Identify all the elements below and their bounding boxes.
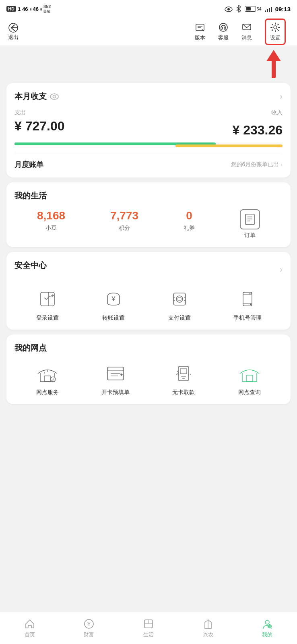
service-label: 客服	[218, 34, 229, 41]
monthly-chevron[interactable]: ›	[280, 92, 283, 101]
income-bar	[175, 144, 283, 147]
security-item-login[interactable]: 登录设置	[35, 287, 60, 322]
svg-rect-48	[180, 369, 187, 374]
order-icon	[240, 209, 260, 229]
card-apply-label: 开卡预填单	[101, 389, 130, 396]
network-speed: 852B/s	[43, 4, 51, 14]
svg-point-1	[227, 8, 230, 10]
message-label: 消息	[241, 34, 252, 41]
eye-status-icon	[225, 6, 233, 12]
back-label: 退出	[8, 34, 19, 41]
bill-note: 您的6月份账单已出 ›	[231, 161, 283, 168]
svg-rect-24	[173, 293, 186, 305]
card-apply-icon	[103, 361, 128, 386]
svg-rect-26	[178, 297, 181, 301]
svg-rect-7	[196, 24, 204, 31]
service-button[interactable]: 客服	[218, 22, 229, 41]
eye-toggle-icon[interactable]	[50, 92, 59, 101]
arrow-head	[266, 50, 281, 61]
login-settings-icon	[35, 287, 60, 311]
expense-income-labels: 支出 收入	[14, 109, 283, 116]
svg-rect-5	[271, 7, 272, 12]
svg-text:我: 我	[268, 625, 271, 628]
network-item-service[interactable]: 人 网点服务	[35, 361, 60, 396]
income-label: 收入	[271, 109, 283, 116]
nav-xingnong[interactable]: 兴农	[178, 618, 238, 638]
xingnong-icon	[202, 618, 214, 630]
svg-text:¥: ¥	[111, 295, 116, 302]
security-title: 安全中心	[14, 260, 47, 271]
income-amount: ¥ 233.26	[232, 123, 283, 138]
arrow-shaft	[272, 60, 276, 78]
hd-badge: HD	[6, 6, 16, 12]
jifen-label: 积分	[119, 225, 130, 232]
svg-rect-51	[246, 375, 253, 382]
nav-wealth[interactable]: ¥ 财富	[60, 618, 119, 638]
time-display: 09:13	[275, 6, 291, 12]
expense-amount: ¥ 727.00	[14, 119, 65, 134]
cardless-icon	[171, 361, 196, 386]
transfer-settings-label: 转账设置	[102, 314, 125, 322]
xiaodou-value: 8,168	[37, 209, 65, 222]
amounts-row: ¥ 727.00 ¥ 233.26	[14, 119, 283, 138]
monthly-card: 本月收支 › 支出 收入 ¥ 727.00 ¥ 233.26 月度账单 您的6月…	[6, 83, 291, 178]
jifen-value: 7,773	[110, 209, 138, 222]
transfer-settings-icon: ¥	[101, 287, 126, 311]
phone-management-label: 手机号管理	[233, 314, 262, 322]
progress-bars	[14, 142, 283, 147]
security-card: 安全中心 › 登录设置	[6, 252, 291, 330]
payment-settings-icon	[167, 287, 192, 311]
svg-point-15	[50, 94, 58, 99]
branch-query-icon	[237, 361, 262, 386]
security-item-transfer[interactable]: ¥ 转账设置	[101, 287, 126, 322]
bluetooth-icon	[236, 5, 241, 12]
svg-point-10	[219, 23, 227, 31]
settings-button[interactable]: 设置	[265, 19, 286, 45]
monthly-bill-row[interactable]: 月度账单 您的6月份账单已出 ›	[14, 154, 283, 169]
payment-settings-label: 支付设置	[168, 314, 191, 322]
network-item-query[interactable]: 网点查询	[237, 361, 262, 396]
network-title: 我的网点	[14, 343, 283, 353]
life-card: 我的生活 8,168 小豆 7,773 积分 0 礼券	[6, 182, 291, 247]
bottom-nav: 首页 ¥ 财富 生活 兴农 我 我的	[0, 612, 297, 644]
svg-rect-4	[269, 8, 270, 12]
status-right: 54 09:13	[225, 5, 291, 12]
settings-label: 设置	[270, 34, 280, 41]
phone-management-icon	[235, 287, 260, 311]
life-item-order[interactable]: 订单	[240, 209, 260, 239]
nav-life[interactable]: 生活	[119, 618, 178, 638]
expense-label: 支出	[14, 109, 26, 116]
bill-chevron: ›	[280, 161, 283, 168]
order-label: 订单	[244, 232, 256, 239]
status-bar: HD 1 46 ₗₗ 46 ₗₗ 852B/s 54	[0, 0, 297, 18]
security-chevron[interactable]: ›	[280, 264, 283, 275]
svg-text:¥: ¥	[87, 621, 91, 627]
life-item-xiaodou[interactable]: 8,168 小豆	[37, 209, 65, 232]
life-item-liquan[interactable]: 0 礼券	[184, 209, 195, 232]
nav-home[interactable]: 首页	[0, 618, 60, 638]
life-title: 我的生活	[14, 190, 283, 201]
version-label: 版本	[195, 34, 205, 41]
liquan-label: 礼券	[184, 225, 195, 232]
security-item-payment[interactable]: 支付设置	[167, 287, 192, 322]
svg-point-35	[250, 293, 251, 295]
version-button[interactable]: 版本	[195, 22, 205, 41]
message-button[interactable]: 消息	[241, 22, 252, 41]
svg-rect-12	[224, 27, 226, 29]
battery-icon: 54	[245, 6, 261, 12]
svg-point-14	[274, 26, 277, 29]
svg-text:人: 人	[51, 377, 55, 382]
network-item-card-apply[interactable]: 开卡预填单	[101, 361, 130, 396]
bill-title: 月度账单	[14, 160, 43, 169]
network-card: 我的网点 人 网点服务	[6, 334, 291, 404]
network-item-cardless[interactable]: 无卡取款	[171, 361, 196, 396]
login-settings-label: 登录设置	[36, 314, 59, 322]
svg-rect-11	[221, 27, 223, 29]
nav-mine[interactable]: 我 我的	[237, 618, 297, 638]
svg-rect-21	[41, 292, 54, 306]
life-item-jifen[interactable]: 7,773 积分	[110, 209, 138, 232]
security-item-phone[interactable]: 手机号管理	[233, 287, 262, 322]
back-button[interactable]: 退出	[8, 23, 19, 41]
svg-rect-17	[245, 214, 254, 225]
xiaodou-label: 小豆	[45, 225, 57, 232]
